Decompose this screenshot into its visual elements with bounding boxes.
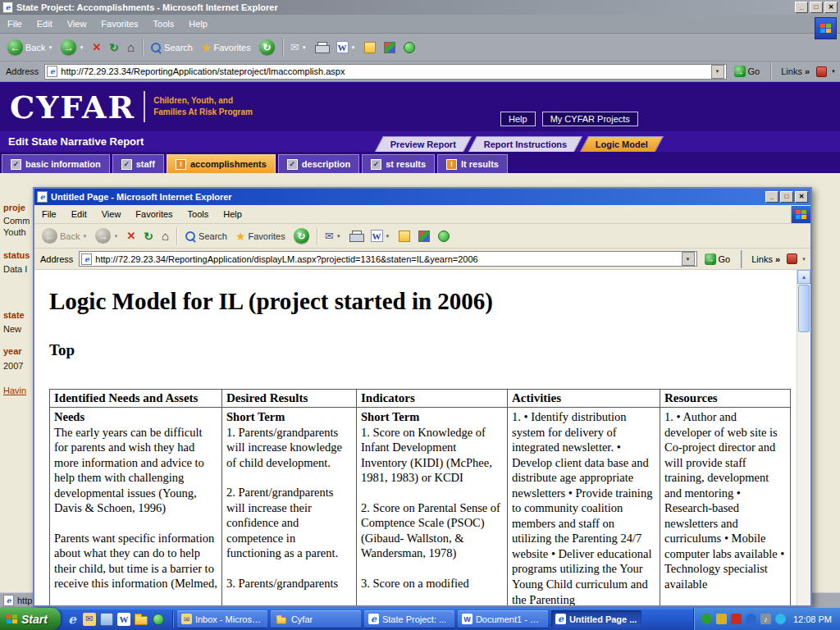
show-desktop-icon[interactable] <box>100 613 113 626</box>
menu-view[interactable]: View <box>60 17 94 30</box>
maximize-button[interactable]: □ <box>780 191 793 203</box>
stop-button[interactable]: ✕ <box>88 39 105 55</box>
header-indicators: Indicators <box>357 390 508 408</box>
tab-staff[interactable]: ✓ staff <box>112 154 164 173</box>
extension-dropdown-icon[interactable]: ▼ <box>831 69 836 74</box>
menu-edit[interactable]: Edit <box>64 208 94 221</box>
taskbar-task-state-project[interactable]: e State Project: ... <box>364 610 454 628</box>
notes-button[interactable] <box>395 229 414 244</box>
mail-dropdown-icon[interactable]: ▼ <box>302 45 307 50</box>
home-button[interactable]: ⌂ <box>158 227 173 244</box>
menu-file[interactable]: File <box>34 208 64 221</box>
tab-basic-information[interactable]: ✓ basic information <box>2 154 110 173</box>
taskbar-task-untitled-page[interactable]: e Untitled Page ... <box>551 610 641 628</box>
messenger-tray-icon[interactable] <box>775 614 786 624</box>
tab-report-instructions[interactable]: Report Instructions <box>468 136 583 152</box>
security-alert-icon[interactable] <box>731 614 742 624</box>
edit-dropdown-icon[interactable]: ▼ <box>351 45 356 50</box>
mail-button[interactable]: ✉ ▼ <box>286 39 311 55</box>
home-button[interactable]: ⌂ <box>123 39 139 56</box>
taskbar-task-document1[interactable]: W Document1 - Mi... <box>458 610 548 628</box>
edit-with-word-button[interactable]: W ▼ <box>332 39 360 55</box>
print-button[interactable] <box>345 229 367 243</box>
favorites-button[interactable]: ★ Favorites <box>197 39 255 56</box>
tab-accomplishments[interactable]: ! accomplishments <box>167 154 276 173</box>
network-icon[interactable] <box>746 614 756 624</box>
close-button[interactable]: ✕ <box>824 2 838 13</box>
start-button[interactable]: Start <box>0 608 61 630</box>
close-button[interactable]: ✕ <box>795 191 808 203</box>
forward-dropdown-icon[interactable]: ▼ <box>79 45 84 50</box>
inner-titlebar[interactable]: e Untitled Page - Microsoft Internet Exp… <box>34 189 810 205</box>
taskbar-clock[interactable]: 12:08 PM <box>793 614 832 624</box>
notes-button[interactable] <box>360 40 380 55</box>
sidebar-link[interactable]: Havin <box>3 386 26 395</box>
research-button[interactable] <box>414 229 434 244</box>
scrollbar-thumb[interactable] <box>798 285 810 332</box>
back-button[interactable]: ← Back ▼ <box>3 38 57 57</box>
tab-description[interactable]: ✓ description <box>278 154 359 173</box>
volume-icon[interactable]: ♪ <box>760 614 771 624</box>
minimize-button[interactable]: _ <box>795 2 808 13</box>
extension-dropdown-icon[interactable]: ▼ <box>801 257 806 262</box>
history-button[interactable]: ↻ <box>290 226 313 245</box>
menu-help[interactable]: Help <box>216 208 249 221</box>
menu-help[interactable]: Help <box>181 17 215 30</box>
refresh-button[interactable]: ↻ <box>105 39 123 56</box>
menu-tools[interactable]: Tools <box>180 208 217 221</box>
address-input[interactable]: e http://72.29.23.34/ReportingApplicatio… <box>44 64 726 80</box>
taskbar-task-cyfar[interactable]: Cyfar <box>271 610 361 628</box>
quick-launch-ie-icon[interactable]: e <box>66 613 79 626</box>
taskbar-task-inbox[interactable]: ✉ Inbox - Microso... <box>177 610 267 628</box>
print-button[interactable] <box>311 40 332 54</box>
tab-lt-results[interactable]: ! lt results <box>437 154 508 173</box>
mail-button[interactable]: ✉ ▼ <box>321 228 345 244</box>
links-button[interactable]: Links » <box>749 254 783 264</box>
maximize-button[interactable]: □ <box>810 2 823 13</box>
menu-favorites[interactable]: Favorites <box>94 17 145 30</box>
help-button[interactable]: Help <box>500 112 536 126</box>
forward-button[interactable]: → ▼ <box>57 38 88 57</box>
vertical-scrollbar[interactable]: ▲ <box>797 270 810 605</box>
search-button[interactable]: Search <box>146 40 197 55</box>
extension-icon[interactable] <box>816 66 827 77</box>
tab-logic-model[interactable]: Logic Model <box>579 136 663 152</box>
menu-favorites[interactable]: Favorites <box>128 208 180 221</box>
minimize-button[interactable]: _ <box>765 191 778 203</box>
antivirus-shield-icon[interactable] <box>701 614 712 624</box>
quick-launch-word-icon[interactable]: W <box>117 613 130 626</box>
menu-edit[interactable]: Edit <box>30 17 60 30</box>
go-button[interactable]: → Go <box>701 253 734 265</box>
search-button[interactable]: Search <box>180 229 231 244</box>
address-dropdown[interactable]: ▼ <box>711 65 724 79</box>
menu-file[interactable]: File <box>0 17 30 30</box>
quick-launch-mail-icon[interactable]: ✉ <box>83 613 96 626</box>
my-cyfar-projects-button[interactable]: My CYFAR Projects <box>542 112 638 126</box>
tab-st-results[interactable]: ✓ st results <box>362 154 435 173</box>
menu-view[interactable]: View <box>94 208 129 221</box>
history-button[interactable]: ↻ <box>255 38 279 57</box>
tab-preview-report[interactable]: Preview Report <box>375 136 472 152</box>
edit-with-word-button[interactable]: W ▼ <box>367 228 395 244</box>
address-dropdown[interactable]: ▼ <box>682 252 695 266</box>
address-input[interactable]: e http://72.29.23.34/ReportingApplicatio… <box>79 251 696 267</box>
quick-launch-folder-icon[interactable] <box>135 616 148 625</box>
scroll-up-button[interactable]: ▲ <box>797 270 810 284</box>
quick-launch-messenger-icon[interactable] <box>153 614 164 625</box>
research-button[interactable] <box>380 40 399 55</box>
refresh-button[interactable]: ↻ <box>139 228 158 244</box>
update-icon[interactable] <box>716 614 727 624</box>
favorites-button[interactable]: ★ Favorites <box>231 228 290 244</box>
links-button[interactable]: Links » <box>778 66 812 76</box>
header-activities: Activities <box>508 390 660 408</box>
messenger-button[interactable] <box>434 229 454 244</box>
stop-button[interactable]: ✕ <box>122 228 139 244</box>
edit-dropdown-icon[interactable]: ▼ <box>386 234 390 239</box>
links-label: Links <box>751 254 773 264</box>
menu-tools[interactable]: Tools <box>146 17 182 30</box>
messenger-button[interactable] <box>399 40 419 55</box>
go-button[interactable]: → Go <box>731 66 764 77</box>
extension-icon[interactable] <box>787 253 797 264</box>
mail-dropdown-icon[interactable]: ▼ <box>336 234 341 239</box>
back-dropdown-icon[interactable]: ▼ <box>48 45 52 50</box>
